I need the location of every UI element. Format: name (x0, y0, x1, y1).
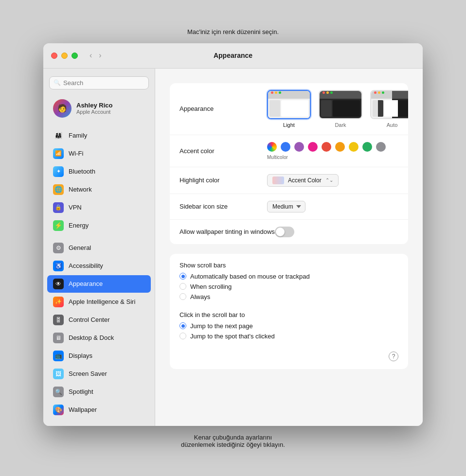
accent-orange[interactable] (335, 142, 345, 152)
highlight-swatch (272, 176, 284, 184)
sidebar-item-label: Spotlight (69, 388, 93, 395)
scroll-scrolling-option[interactable]: When scrolling (179, 283, 398, 290)
accessibility-icon: ♿ (53, 261, 64, 271)
sidebar-item-label: Wi-Fi (69, 150, 83, 157)
sidebar-item-displays[interactable]: 📺 Displays (47, 347, 151, 365)
wifi-icon: 📶 (53, 148, 64, 159)
navigation-buttons: ‹ › (88, 50, 104, 61)
sidebar-item-label: VPN (69, 204, 82, 211)
highlight-color-label: Highlight color (179, 176, 267, 184)
sidebar-item-wifi[interactable]: 📶 Wi-Fi (47, 145, 151, 162)
back-button[interactable]: ‹ (88, 50, 94, 61)
appearance-control: Light (267, 90, 408, 128)
control-icon: 🎛 (53, 315, 64, 325)
settings-window: ‹ › Appearance 🔍 🧑 Ashley Rico (43, 43, 423, 426)
close-button[interactable] (51, 53, 57, 59)
appearance-option-light[interactable]: Light (267, 90, 311, 128)
accent-multicolor[interactable] (267, 142, 277, 152)
wallpaper-tinting-control (275, 227, 398, 237)
accent-purple[interactable] (294, 142, 304, 152)
highlight-value: Accent Color (288, 177, 322, 184)
highlight-color-row: Highlight color Accent Color ⌃⌄ (170, 167, 408, 194)
scroll-scrolling-radio (179, 283, 186, 290)
sidebar-item-label: Family (69, 132, 87, 139)
user-subtitle: Apple Account (76, 109, 112, 115)
sidebar-item-siri[interactable]: ✨ Apple Intelligence & Siri (47, 293, 151, 311)
bluetooth-icon: ✦ (53, 166, 64, 177)
sidebar-item-general[interactable]: ⚙ General (47, 239, 151, 257)
sidebar-item-label: Wallpaper (69, 406, 97, 413)
accent-color-control: Multicolor (267, 142, 398, 160)
click-spot-radio (179, 333, 186, 339)
sidebar-item-energy[interactable]: ⚡ Energy (47, 217, 151, 234)
sidebar-item-screensaver[interactable]: 🖼 Screen Saver (47, 365, 151, 383)
sidebar-item-desktop[interactable]: 🖥 Desktop & Dock (47, 329, 151, 347)
sidebar-section: 👨‍👩‍👧 Family 📶 Wi-Fi ✦ Bluetooth 🌐 Netwo… (43, 125, 155, 420)
click-scroll-header: Click in the scroll bar to (179, 311, 398, 318)
search-input[interactable] (49, 76, 149, 89)
forward-button[interactable]: › (97, 50, 103, 61)
wallpaper-tinting-row: Allow wallpaper tinting in windows (170, 220, 408, 244)
sidebar-item-network[interactable]: 🌐 Network (47, 181, 151, 198)
top-annotation: Mac'iniz için renk düzenini seçin. (187, 28, 279, 43)
highlight-dropdown[interactable]: Accent Color ⌃⌄ (267, 174, 339, 187)
accent-color-row: Accent color (170, 135, 408, 167)
minimize-button[interactable] (61, 53, 68, 59)
multicolor-label: Multicolor (267, 155, 386, 160)
accent-colors: Multicolor (267, 142, 386, 160)
sidebar-item-wallpaper[interactable]: 🎨 Wallpaper (47, 401, 151, 419)
dropdown-arrow-icon: ⌃⌄ (325, 177, 333, 183)
wallpaper-icon: 🎨 (53, 405, 64, 415)
click-next-radio (179, 322, 186, 329)
user-name: Ashley Rico (76, 102, 112, 109)
avatar: 🧑 (53, 99, 72, 118)
sidebar-item-bluetooth[interactable]: ✦ Bluetooth (47, 163, 151, 180)
accent-green[interactable] (362, 142, 372, 152)
siri-icon: ✨ (53, 297, 64, 307)
dark-thumb (319, 90, 362, 119)
accent-pink[interactable] (308, 142, 318, 152)
sidebar-item-family[interactable]: 👨‍👩‍👧 Family (47, 127, 151, 144)
search-wrapper: 🔍 (49, 76, 149, 89)
appearance-section: Appearance (170, 83, 408, 244)
scroll-auto-radio (179, 273, 186, 280)
sidebar-item-appearance[interactable]: 👁 Appearance (47, 275, 151, 293)
sidebar-icon-size-select[interactable]: Small Medium Large (267, 201, 305, 212)
sidebar-item-spotlight[interactable]: 🔍 Spotlight (47, 383, 151, 401)
maximize-button[interactable] (72, 53, 78, 59)
appearance-option-auto[interactable]: Auto (370, 90, 408, 128)
dark-label: Dark (335, 122, 346, 128)
sidebar: 🔍 🧑 Ashley Rico Apple Account 👨‍👩‍👧 Fami… (43, 69, 155, 426)
scroll-always-option[interactable]: Always (179, 293, 398, 300)
scroll-scrolling-label: When scrolling (190, 283, 232, 290)
appearance-label: Appearance (179, 105, 267, 112)
auto-label: Auto (387, 122, 398, 128)
sidebar-item-control[interactable]: 🎛 Control Center (47, 311, 151, 329)
scroll-bars-section: Show scroll bars Automatically based on … (170, 254, 408, 369)
click-next-label: Jump to the next page (190, 322, 253, 330)
sidebar-item-label: Bluetooth (69, 168, 95, 175)
desktop-icon: 🖥 (53, 333, 64, 343)
sidebar-icon-size-control: Small Medium Large (267, 201, 398, 212)
scroll-always-label: Always (190, 293, 210, 300)
appearance-option-dark[interactable]: Dark (319, 90, 362, 128)
click-spot-option[interactable]: Jump to the spot that's clicked (179, 333, 398, 340)
sidebar-icon-size-row: Sidebar icon size Small Medium Large (170, 194, 408, 220)
sidebar-item-label: General (69, 244, 91, 251)
accent-yellow[interactable] (349, 142, 358, 152)
accent-blue[interactable] (281, 142, 290, 152)
screensaver-icon: 🖼 (53, 369, 64, 379)
sidebar-item-accessibility[interactable]: ♿ Accessibility (47, 257, 151, 275)
scroll-auto-label: Automatically based on mouse or trackpad (190, 273, 310, 280)
user-profile[interactable]: 🧑 Ashley Rico Apple Account (47, 95, 151, 122)
accent-red[interactable] (322, 142, 331, 152)
sidebar-item-vpn[interactable]: 🔒 VPN (47, 199, 151, 216)
accent-graphite[interactable] (376, 142, 386, 152)
wallpaper-tinting-toggle[interactable] (275, 227, 294, 237)
accent-row (267, 142, 386, 152)
help-button[interactable]: ? (389, 352, 398, 361)
scroll-auto-option[interactable]: Automatically based on mouse or trackpad (179, 273, 398, 280)
click-next-option[interactable]: Jump to the next page (179, 322, 398, 330)
highlight-color-control: Accent Color ⌃⌄ (267, 174, 398, 187)
appearance-row: Appearance (170, 83, 408, 135)
